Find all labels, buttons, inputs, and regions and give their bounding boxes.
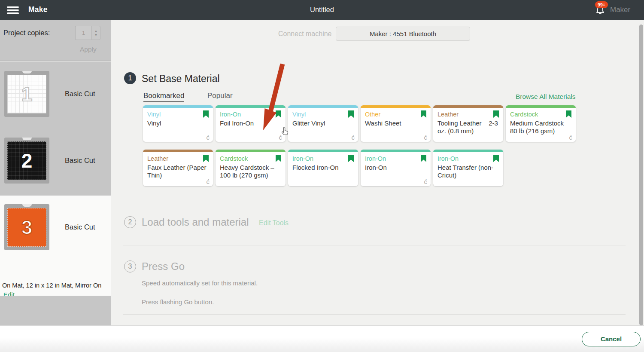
project-copies-panel: Project copies: 1 ▲ ▼ Apply — [0, 20, 111, 61]
step-1-title: Set Base Material — [142, 73, 220, 85]
cricut-logo-icon: ć — [424, 134, 428, 141]
card-color-bar — [143, 105, 213, 108]
apply-button[interactable]: Apply — [80, 46, 97, 53]
card-category: Leather — [437, 111, 459, 118]
tab-popular[interactable]: Popular — [207, 92, 233, 100]
card-category: Vinyl — [292, 111, 306, 118]
stepper-down-icon[interactable]: ▼ — [94, 33, 98, 37]
mat-number: 2 — [21, 149, 33, 172]
card-material-name: Heavy Cardstock – 100 lb (270 gsm) — [220, 164, 283, 179]
card-category: Iron-On — [220, 111, 241, 118]
stepper-up-icon[interactable]: ▲ — [94, 29, 98, 33]
project-copies-input[interactable]: 1 — [75, 26, 91, 40]
material-card-heavy-cardstock[interactable]: Cardstock Heavy Cardstock – 100 lb (270 … — [216, 150, 286, 186]
cancel-button[interactable]: Cancel — [582, 332, 641, 346]
card-color-bar — [433, 105, 503, 108]
app-title: Make — [28, 5, 48, 14]
material-card-heat-transfer[interactable]: Iron-On Heat Transfer (non-Cricut) — [433, 150, 503, 186]
footer-bar: Cancel — [0, 325, 644, 352]
card-material-name: Vinyl — [147, 119, 210, 127]
bookmark-icon[interactable] — [203, 155, 209, 162]
notification-badge: 99+ — [595, 1, 608, 8]
material-card-washi-sheet[interactable]: Other Washi Sheet ć — [361, 105, 431, 142]
mat-row-2: 2 Basic Cut — [0, 138, 111, 184]
card-category: Vinyl — [147, 111, 161, 118]
mat-cut-type: Basic Cut — [65, 223, 95, 231]
bookmark-icon[interactable] — [420, 110, 427, 118]
material-card-iron-on[interactable]: Iron-On Iron-On ć — [361, 150, 431, 186]
mat-preview-2[interactable]: 2 — [4, 138, 49, 184]
mat-preview-3[interactable]: 3 — [4, 204, 49, 250]
card-material-name: Iron-On — [365, 164, 428, 171]
step-1-number: 1 — [124, 72, 136, 84]
bookmark-icon[interactable] — [275, 110, 282, 118]
account-name[interactable]: Maker — [610, 6, 630, 14]
bookmark-icon[interactable] — [420, 155, 427, 162]
card-color-bar — [361, 105, 431, 108]
step-3-title: Press Go — [142, 260, 185, 272]
mat-row-3: 3 Basic Cut — [0, 204, 111, 250]
mat-number: 1 — [21, 83, 33, 106]
mat-cut-type: Basic Cut — [65, 90, 95, 98]
bookmark-icon[interactable] — [565, 110, 572, 118]
card-category: Cardstock — [510, 111, 538, 118]
material-card-vinyl[interactable]: Vinyl Vinyl ć — [143, 105, 213, 142]
material-card-medium-cardstock[interactable]: Cardstock Medium Cardstock – 80 lb (216 … — [506, 105, 576, 142]
section-divider — [123, 314, 626, 315]
mat-panel-selected: 3 Basic Cut On Mat, 12 in x 12 in Mat, M… — [0, 196, 111, 296]
section-divider — [123, 197, 626, 197]
card-material-name: Faux Leather (Paper Thin) — [147, 164, 210, 179]
card-color-bar — [288, 150, 358, 152]
card-color-bar — [288, 105, 358, 108]
mat-number: 3 — [21, 216, 33, 239]
bookmark-icon[interactable] — [348, 155, 354, 162]
step-3-instruction-1: Speed automatically set for this materia… — [142, 279, 258, 287]
bookmark-icon[interactable] — [203, 110, 209, 118]
step-2-number: 2 — [124, 216, 136, 228]
card-material-name: Heat Transfer (non-Cricut) — [437, 164, 501, 179]
bookmark-icon[interactable] — [493, 110, 499, 118]
cricut-logo-icon: ć — [569, 134, 573, 141]
card-category: Cardstock — [220, 155, 248, 162]
cricut-logo-icon: ć — [207, 134, 210, 141]
bookmark-icon[interactable] — [493, 155, 499, 162]
material-card-flocked-iron-on[interactable]: Iron-On Flocked Iron-On — [288, 150, 358, 186]
mat-settings-summary: On Mat, 12 in x 12 in Mat, Mirror On — [2, 282, 109, 289]
cricut-logo-icon: ć — [352, 134, 355, 141]
mat-preview-1[interactable]: 1 — [4, 71, 49, 117]
card-material-name: Medium Cardstock – 80 lb (216 gsm) — [510, 119, 573, 135]
bookmark-icon[interactable] — [348, 110, 354, 118]
step-3-number: 3 — [124, 260, 136, 272]
section-divider — [123, 245, 626, 245]
machine-select-button[interactable]: Maker : 4551 Bluetooth — [336, 27, 470, 41]
card-color-bar — [506, 105, 576, 108]
card-color-bar — [433, 150, 503, 152]
mat-sidebar: Project copies: 1 ▲ ▼ Apply 1 Basic Cut … — [0, 20, 111, 328]
material-card-glitter-vinyl[interactable]: Vinyl Glitter Vinyl ć — [288, 105, 358, 142]
material-card-foil-iron-on[interactable]: Iron-On Foil Iron-On ć — [216, 105, 286, 142]
top-bar: Make Untitled 99+ Maker — [0, 0, 644, 20]
materials-row-2: Leather Faux Leather (Paper Thin) ć Card… — [143, 150, 503, 186]
edit-tools-link[interactable]: Edit Tools — [259, 219, 289, 227]
vertical-scrollbar[interactable] — [639, 24, 643, 325]
tab-bookmarked[interactable]: Bookmarked — [143, 92, 184, 102]
mat-row-1: 1 Basic Cut — [0, 71, 111, 117]
copies-stepper[interactable]: ▲ ▼ — [91, 26, 100, 40]
materials-row-1: Vinyl Vinyl ć Iron-On Foil Iron-On ć Vin… — [143, 105, 576, 142]
menu-icon[interactable] — [7, 6, 20, 14]
main-panel: Connect machine Maker : 4551 Bluetooth 1… — [111, 20, 644, 328]
card-material-name: Tooling Leather – 2-3 oz. (0.8 mm) — [437, 119, 501, 135]
card-color-bar — [216, 150, 286, 152]
bookmark-icon[interactable] — [275, 155, 282, 162]
browse-all-materials-link[interactable]: Browse All Materials — [516, 93, 576, 101]
material-card-faux-leather[interactable]: Leather Faux Leather (Paper Thin) ć — [143, 150, 213, 186]
card-material-name: Foil Iron-On — [220, 119, 283, 127]
card-material-name: Glitter Vinyl — [292, 119, 355, 127]
cricut-logo-icon: ć — [207, 178, 210, 185]
card-category: Iron-On — [437, 155, 459, 162]
material-card-tooling-leather[interactable]: Leather Tooling Leather – 2-3 oz. (0.8 m… — [433, 105, 503, 142]
sidebar-filler — [0, 296, 111, 325]
card-category: Iron-On — [292, 155, 313, 162]
mat-cut-type: Basic Cut — [65, 156, 95, 165]
cricut-logo-icon: ć — [279, 134, 283, 141]
